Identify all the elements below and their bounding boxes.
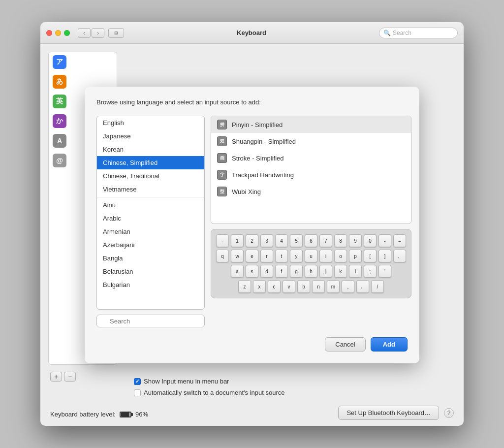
- show-input-menu-label: Show Input menu in menu bar: [144, 378, 229, 385]
- lang-item-chinese-traditional[interactable]: Chinese, Traditional: [97, 169, 204, 183]
- traffic-lights: [46, 30, 70, 36]
- input-item-wubi[interactable]: 型 Wubi Xing: [211, 183, 411, 200]
- key: l: [349, 265, 362, 278]
- window-title: Keyboard: [128, 29, 375, 36]
- auto-switch-row: Automatically switch to a document's inp…: [134, 389, 284, 396]
- battery-fill: [121, 413, 129, 416]
- battery-label: Keyboard battery level:: [50, 411, 116, 418]
- key: 9: [349, 234, 362, 247]
- nav-buttons: ‹ ›: [78, 28, 104, 38]
- key: 4: [275, 234, 288, 247]
- add-input-source-button[interactable]: +: [50, 372, 62, 382]
- modal-overlay: Browse using language and select an inpu…: [40, 44, 464, 426]
- input-icon-shuangpin: 双: [217, 136, 227, 146]
- key: =: [393, 234, 406, 247]
- key: [: [364, 250, 377, 262]
- key: a: [231, 265, 244, 278]
- key: 7: [319, 234, 332, 247]
- plus-minus-row: + −: [50, 372, 76, 382]
- key: c: [268, 280, 281, 293]
- lang-item-english[interactable]: English: [97, 116, 204, 129]
- input-icon-wubi: 型: [217, 187, 227, 196]
- window-content: ア あ 英 か A @ Browse using language and se…: [40, 44, 464, 426]
- key: d: [260, 265, 273, 278]
- key: ·: [216, 234, 229, 247]
- help-button[interactable]: ?: [444, 408, 454, 418]
- auto-switch-checkbox[interactable]: [134, 389, 141, 396]
- key: b: [297, 280, 310, 293]
- key: j: [319, 265, 332, 278]
- language-search-input[interactable]: [96, 315, 205, 327]
- key: z: [238, 280, 251, 293]
- key: n: [312, 280, 325, 293]
- key: k: [334, 265, 347, 278]
- language-list-container: English Japanese Korean Chinese, Simplif…: [96, 116, 205, 310]
- lang-item-ainu[interactable]: Ainu: [97, 198, 204, 212]
- key: q: [216, 250, 229, 262]
- modal-description: Browse using language and select an inpu…: [96, 98, 408, 106]
- input-icon-trackpad: 字: [217, 170, 227, 180]
- key: y: [290, 250, 303, 262]
- input-source-panel: 拼 Pinyin - Simplified 双 Shuangpin - Simp…: [211, 116, 411, 327]
- key: w: [231, 250, 244, 262]
- key: u: [305, 250, 317, 262]
- key: o: [334, 250, 347, 262]
- lang-search-container: 🔍: [96, 315, 205, 327]
- input-item-trackpad[interactable]: 字 Trackpad Handwriting: [211, 166, 411, 183]
- show-input-menu-checkbox[interactable]: ✓: [134, 378, 141, 385]
- keyboard-preview: · 1 2 3 4 5 6 7 8 9 0 -: [211, 229, 411, 298]
- key: ;: [364, 265, 377, 278]
- lang-item-chinese-simplified[interactable]: Chinese, Simplified: [97, 156, 204, 169]
- input-icon-stroke: 画: [217, 153, 227, 163]
- key: g: [290, 265, 303, 278]
- key: v: [283, 280, 295, 293]
- nav-forward-button[interactable]: ›: [92, 28, 104, 38]
- lang-item-bangla[interactable]: Bangla: [97, 252, 204, 265]
- lang-item-bulgarian[interactable]: Bulgarian: [97, 278, 204, 291]
- key: i: [319, 250, 332, 262]
- close-button[interactable]: [46, 30, 52, 36]
- nav-back-button[interactable]: ‹: [78, 28, 91, 38]
- key: 2: [246, 234, 258, 247]
- minimize-button[interactable]: [55, 30, 61, 36]
- key: p: [349, 250, 362, 262]
- key: f: [275, 265, 288, 278]
- lang-item-vietnamese[interactable]: Vietnamese: [97, 183, 204, 196]
- search-placeholder-text: Search: [393, 30, 411, 36]
- titlebar-search[interactable]: 🔍 Search: [379, 28, 458, 38]
- modal-body: English Japanese Korean Chinese, Simplif…: [96, 116, 408, 327]
- key: 1: [231, 234, 244, 247]
- bluetooth-keyboard-button[interactable]: Set Up Bluetooth Keyboard…: [338, 406, 439, 420]
- input-label-shuangpin: Shuangpin - Simplified: [232, 138, 296, 145]
- lang-item-korean[interactable]: Korean: [97, 143, 204, 156]
- key: 3: [260, 234, 273, 247]
- auto-switch-label: Automatically switch to a document's inp…: [144, 389, 284, 396]
- key-row-3: a s d f g h j k l ; ': [216, 265, 406, 278]
- key: 8: [334, 234, 347, 247]
- key-row-2: q w e r t y u i o p [ ]: [216, 250, 406, 262]
- lang-item-arabic[interactable]: Arabic: [97, 212, 204, 225]
- remove-input-source-button[interactable]: −: [64, 372, 76, 382]
- add-button[interactable]: Add: [371, 337, 408, 352]
- language-list: English Japanese Korean Chinese, Simplif…: [96, 116, 205, 327]
- input-icon-pinyin: 拼: [217, 120, 227, 129]
- input-item-shuangpin[interactable]: 双 Shuangpin - Simplified: [211, 133, 411, 150]
- cancel-button[interactable]: Cancel: [325, 337, 365, 352]
- lang-item-japanese[interactable]: Japanese: [97, 129, 204, 143]
- lang-item-armenian[interactable]: Armenian: [97, 225, 204, 238]
- key: 。: [356, 280, 369, 293]
- key: 、: [393, 250, 406, 262]
- lang-item-belarusian[interactable]: Belarusian: [97, 265, 204, 278]
- key: 0: [364, 234, 377, 247]
- input-item-pinyin-simplified[interactable]: 拼 Pinyin - Simplified: [211, 116, 411, 133]
- lang-divider: [97, 197, 204, 197]
- battery-percent: 96%: [135, 411, 148, 418]
- maximize-button[interactable]: [64, 30, 70, 36]
- key: 5: [290, 234, 303, 247]
- grid-button[interactable]: ⊞: [108, 28, 124, 38]
- search-icon: 🔍: [383, 30, 391, 36]
- input-item-stroke[interactable]: 画 Stroke - Simplified: [211, 150, 411, 166]
- key: ,: [342, 280, 354, 293]
- lang-item-azerbaijani[interactable]: Azerbaijani: [97, 238, 204, 252]
- key: e: [246, 250, 258, 262]
